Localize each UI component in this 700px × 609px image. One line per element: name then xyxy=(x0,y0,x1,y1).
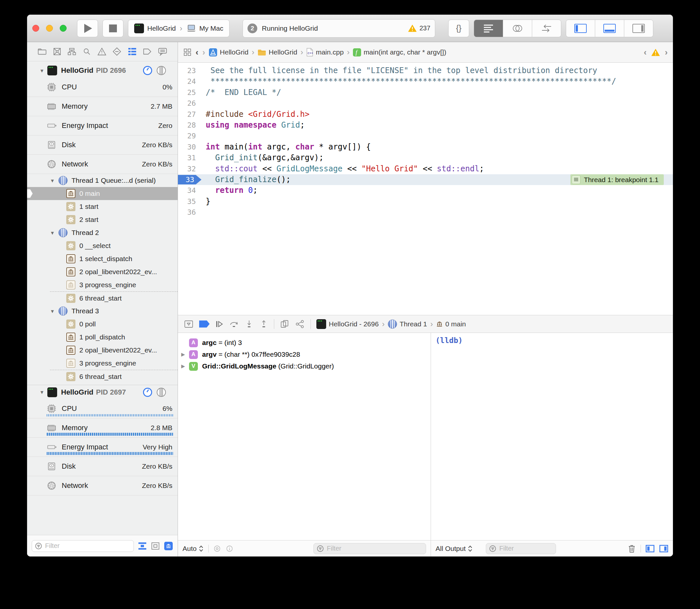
assistant-editor-button[interactable] xyxy=(503,20,532,37)
toggle-navigator-button[interactable] xyxy=(566,20,595,37)
scheme-selector[interactable]: HelloGrid › My Mac xyxy=(128,20,229,37)
symbol-navigator-icon[interactable] xyxy=(67,47,76,56)
clear-console-button[interactable] xyxy=(628,544,636,553)
user-frames-only-button[interactable] xyxy=(164,542,173,550)
step-over-button[interactable] xyxy=(229,319,239,329)
stack-frame-row[interactable]: 0 main xyxy=(27,187,177,200)
breadcrumb-item[interactable]: HelloGrid xyxy=(220,48,249,56)
breadcrumb-item[interactable]: main.cpp xyxy=(316,48,343,56)
gauge-row-energy-impact[interactable]: Energy ImpactZero xyxy=(27,116,177,136)
code-line[interactable]: 31 Grid_init(&argc,&argv); xyxy=(178,152,673,163)
gauge-row-network[interactable]: NetworkZero KB/s xyxy=(27,155,177,174)
close-button[interactable] xyxy=(32,25,39,32)
stack-frame-row[interactable]: 1 select_dispatch xyxy=(27,252,177,265)
line-number[interactable]: 29 xyxy=(178,130,196,141)
view-debugger-button[interactable] xyxy=(280,319,290,329)
gauge-row-disk[interactable]: DiskZero KB/s xyxy=(27,457,177,476)
stack-frame-row[interactable]: 3 progress_engine xyxy=(27,278,177,292)
gauge-row-memory[interactable]: Memory2.7 MB xyxy=(27,97,177,116)
source-control-navigator-icon[interactable] xyxy=(53,47,62,56)
thread-row[interactable]: ▼Thread 1 Queue:...d (serial) xyxy=(27,174,177,187)
stack-frame-row[interactable]: 1 poll_dispatch xyxy=(27,331,177,344)
code-line[interactable]: 27#include <Grid/Grid.h> xyxy=(178,109,673,120)
gauge-row-energy-impact[interactable]: Energy ImpactVery High xyxy=(27,438,177,457)
debug-navigator-icon[interactable] xyxy=(127,47,137,56)
navigator-filter-field[interactable]: Filter xyxy=(32,540,134,552)
step-into-button[interactable] xyxy=(244,319,254,329)
issue-warning-icon[interactable] xyxy=(651,48,660,56)
line-number[interactable]: 30 xyxy=(178,142,196,152)
debug-crumb-label[interactable]: 0 main xyxy=(445,320,466,328)
related-items-icon[interactable] xyxy=(183,48,192,56)
code-line[interactable]: 34 return 0; xyxy=(178,185,673,196)
thread-row[interactable]: ▼Thread 2 xyxy=(27,226,177,239)
breadcrumb-item[interactable]: main(int argc, char * argv[]) xyxy=(364,48,446,56)
toggle-debug-area-button[interactable] xyxy=(595,20,624,37)
toggle-inspector-button[interactable] xyxy=(624,20,653,37)
code-view[interactable]: 23 See the full license in the file "LIC… xyxy=(178,63,673,315)
console-view[interactable]: (lldb) xyxy=(431,333,673,540)
warning-count[interactable]: 237 xyxy=(420,24,430,32)
performance-gauge-button[interactable] xyxy=(143,388,152,397)
test-navigator-icon[interactable] xyxy=(112,47,121,56)
line-number[interactable]: 35 xyxy=(178,196,196,207)
debug-crumb-label[interactable]: HelloGrid - 2696 xyxy=(329,320,379,328)
issue-navigator-icon[interactable] xyxy=(97,47,106,56)
report-navigator-icon[interactable] xyxy=(158,47,167,56)
code-line[interactable]: 35} xyxy=(178,196,673,207)
code-line[interactable]: 29 xyxy=(178,130,673,141)
gauge-row-memory[interactable]: Memory2.8 MB xyxy=(27,418,177,438)
stack-frame-row[interactable]: 0 poll xyxy=(27,317,177,331)
go-forward-button[interactable]: › xyxy=(202,47,205,57)
disclosure-triangle-icon[interactable]: ▶ xyxy=(181,363,185,369)
show-variables-view-button[interactable] xyxy=(646,545,655,553)
line-number[interactable]: 36 xyxy=(178,207,196,218)
stack-frame-row[interactable]: 2 start xyxy=(27,213,177,226)
variables-scope-selector[interactable]: Auto xyxy=(183,545,204,553)
show-console-view-button[interactable] xyxy=(659,545,668,553)
stack-frame-row[interactable]: 0 __select xyxy=(27,239,177,252)
standard-editor-button[interactable] xyxy=(474,20,503,37)
code-line[interactable]: 32 std::cout << GridLogMessage << "Hello… xyxy=(178,163,673,174)
performance-gauge-button[interactable] xyxy=(143,66,152,75)
quicklook-info-button[interactable] xyxy=(226,545,234,553)
line-number[interactable]: 26 xyxy=(178,98,196,109)
breadcrumb-item[interactable]: HelloGrid xyxy=(269,48,297,56)
console-scope-selector[interactable]: All Output xyxy=(436,545,473,553)
breakpoints-enabled-button[interactable] xyxy=(199,320,210,328)
line-number[interactable]: 34 xyxy=(178,185,196,196)
code-snippet-button[interactable]: {} xyxy=(448,20,469,37)
pause-process-button[interactable] xyxy=(157,388,166,397)
code-line[interactable]: 24 *************************************… xyxy=(178,76,673,87)
console-filter-field[interactable]: Filter xyxy=(486,543,556,554)
variable-row[interactable]: Aargc = (int) 3 xyxy=(178,337,431,349)
disclosure-triangle-icon[interactable]: ▼ xyxy=(50,309,55,314)
show-variable-button[interactable] xyxy=(213,545,221,553)
gauge-row-disk[interactable]: DiskZero KB/s xyxy=(27,136,177,155)
line-number[interactable]: 28 xyxy=(178,120,196,130)
stack-frame-row[interactable]: 2 opal_libevent2022_ev... xyxy=(27,265,177,278)
project-navigator-icon[interactable] xyxy=(37,48,47,55)
step-out-button[interactable] xyxy=(259,319,268,329)
go-back-button[interactable]: ‹ xyxy=(195,47,199,57)
code-line[interactable]: 26 xyxy=(178,98,673,109)
line-number[interactable]: 32 xyxy=(178,163,196,174)
stack-frame-row[interactable]: 3 progress_engine xyxy=(27,357,177,370)
view-mode-button[interactable] xyxy=(138,542,147,550)
breakpoint-navigator-icon[interactable] xyxy=(143,48,152,55)
version-editor-button[interactable] xyxy=(532,20,561,37)
stack-frame-row[interactable]: 6 thread_start xyxy=(50,292,177,304)
breakpoint-annotation[interactable]: Thread 1: breakpoint 1.1 xyxy=(570,174,664,185)
disclosure-triangle-icon[interactable]: ▶ xyxy=(181,351,185,358)
continue-button[interactable] xyxy=(215,320,224,328)
variables-filter-field[interactable]: Filter xyxy=(313,543,426,554)
variable-row[interactable]: ▶VGrid::GridLogMessage (Grid::GridLogger… xyxy=(178,360,431,372)
stop-button[interactable] xyxy=(103,20,123,37)
process-row[interactable]: ▼HelloGridPID 2697 xyxy=(27,385,177,399)
next-issue-button[interactable]: › xyxy=(665,47,668,57)
stack-frame-row[interactable]: 6 thread_start xyxy=(50,370,177,383)
line-number[interactable]: 23 xyxy=(178,65,196,76)
line-number[interactable]: 25 xyxy=(178,87,196,98)
code-line[interactable]: 30int main(int argc, char * argv[]) { xyxy=(178,142,673,152)
debug-crumb-label[interactable]: Thread 1 xyxy=(399,320,427,328)
